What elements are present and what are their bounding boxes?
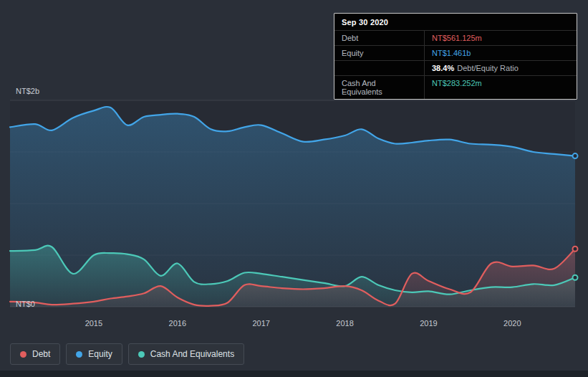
legend-item-debt-label: Debt — [32, 349, 50, 359]
x-tick-label-2016: 2016 — [169, 319, 186, 328]
tooltip-ratio-spacer — [334, 61, 424, 75]
tooltip-equity-value: NT$1.461b — [424, 46, 577, 60]
bottom-bar — [0, 371, 588, 377]
x-tick-label-2019: 2019 — [420, 319, 437, 328]
debt-equity-ratio-percent: 38.4% — [432, 64, 454, 72]
tooltip-debt-row: Debt NT$561.125m — [334, 30, 577, 45]
legend-item-equity[interactable]: Equity — [66, 343, 122, 365]
legend-item-debt[interactable]: Debt — [10, 343, 60, 365]
legend-item-cash[interactable]: Cash And Equivalents — [128, 343, 244, 365]
tooltip-cash-value: NT$283.252m — [424, 76, 577, 99]
x-tick-label-2017: 2017 — [252, 319, 269, 328]
chart-canvas — [10, 100, 575, 307]
tooltip-cash-label: Cash And Equivalents — [334, 76, 424, 99]
legend-item-equity-label: Equity — [88, 349, 112, 359]
cash-legend-dot-icon — [138, 351, 145, 358]
legend-item-cash-label: Cash And Equivalents — [150, 349, 234, 359]
debt-equity-ratio-label: Debt/Equity Ratio — [457, 64, 519, 72]
tooltip-date: Sep 30 2020 — [334, 14, 577, 30]
tooltip-equity-label: Equity — [334, 46, 424, 60]
tooltip-equity-row: Equity NT$1.461b — [334, 45, 577, 60]
debt-equity-chart[interactable] — [10, 100, 575, 307]
tooltip-cash-row: Cash And Equivalents NT$283.252m — [334, 75, 577, 99]
tooltip-ratio-row: 38.4%Debt/Equity Ratio — [334, 60, 577, 75]
tooltip-ratio-value: 38.4%Debt/Equity Ratio — [424, 61, 577, 75]
x-tick-label-2018: 2018 — [336, 319, 353, 328]
chart-legend: Debt Equity Cash And Equivalents — [10, 343, 244, 365]
x-tick-label-2015: 2015 — [85, 319, 102, 328]
y-axis-label-bottom: NT$0 — [16, 300, 35, 308]
x-tick-label-2020: 2020 — [503, 319, 521, 328]
equity-legend-dot-icon — [76, 351, 82, 358]
tooltip-debt-label: Debt — [334, 31, 424, 45]
y-axis-label-top: NT$2b — [16, 87, 39, 95]
chart-tooltip: Sep 30 2020 Debt NT$561.125m Equity NT$1… — [334, 13, 577, 100]
tooltip-debt-value: NT$561.125m — [424, 31, 577, 45]
debt-legend-dot-icon — [20, 351, 26, 358]
